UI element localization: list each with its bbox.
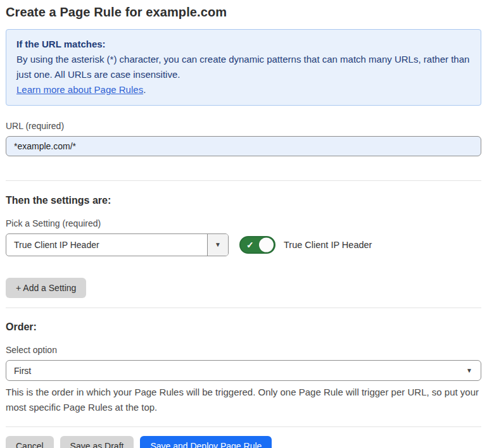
footer-divider [6,426,481,427]
learn-more-link[interactable]: Learn more about Page Rules [16,84,143,95]
setting-select[interactable]: True Client IP Header ▼ [6,233,229,256]
order-select-value: First [14,366,31,376]
save-as-draft-button[interactable]: Save as Draft [60,436,134,448]
url-match-info-box: If the URL matches: By using the asteris… [6,29,481,106]
add-setting-button[interactable]: + Add a Setting [6,278,86,298]
info-box-body-text: By using the asterisk (*) character, you… [16,54,469,80]
setting-row: True Client IP Header ▼ ✓ True Client IP… [6,233,481,256]
url-field-label: URL (required) [6,121,481,131]
toggle-label: True Client IP Header [284,240,372,250]
order-help-text: This is the order in which your Page Rul… [6,385,481,415]
info-box-body: By using the asterisk (*) character, you… [16,52,471,97]
check-icon: ✓ [246,240,254,249]
settings-section-heading: Then the settings are: [6,195,481,206]
order-section-heading: Order: [6,321,481,333]
chevron-down-icon: ▼ [215,242,221,248]
toggle-knob [259,238,274,252]
true-client-ip-toggle[interactable]: ✓ [239,236,275,254]
setting-select-caret-box[interactable]: ▼ [207,234,228,256]
chevron-down-icon: ▼ [466,368,472,374]
save-and-deploy-button[interactable]: Save and Deploy Page Rule [140,436,272,448]
footer-buttons: Cancel Save as Draft Save and Deploy Pag… [6,436,481,448]
order-select-label: Select option [6,345,481,355]
section-divider [6,308,481,308]
page-title: Create a Page Rule for example.com [6,4,481,20]
url-input[interactable] [6,136,481,156]
link-period: . [143,84,146,95]
order-select[interactable]: First ▼ [6,360,481,381]
info-box-heading: If the URL matches: [16,37,471,52]
section-divider [6,180,481,181]
setting-select-value: True Client IP Header [6,234,207,256]
cancel-button[interactable]: Cancel [6,436,54,448]
pick-setting-label: Pick a Setting (required) [6,218,481,228]
